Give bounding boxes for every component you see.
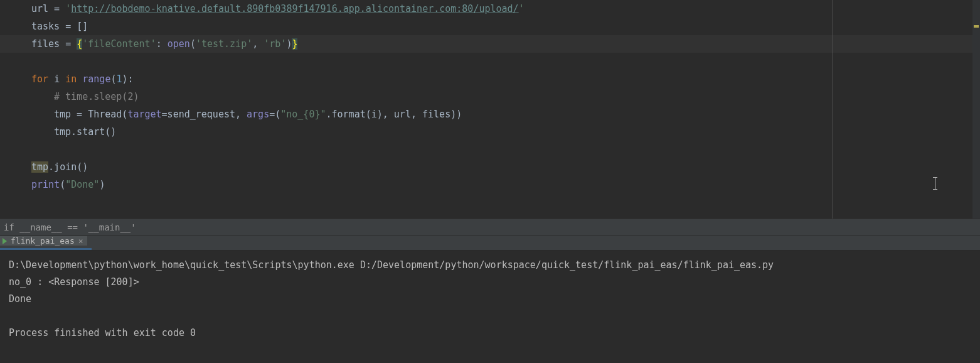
run-tab-label: flink_pai_eas xyxy=(11,236,75,246)
string-literal: "Done" xyxy=(65,179,99,190)
keyword: for xyxy=(31,73,54,85)
code-text: =( xyxy=(269,109,280,120)
console-line: no_0 : <Response [200]> xyxy=(9,274,971,291)
string-literal: 'test.zip' xyxy=(196,38,252,50)
code-editor[interactable]: url = 'http://bobdemo-knative.default.89… xyxy=(0,0,980,219)
number-literal: 1 xyxy=(116,73,122,85)
code-text: ( xyxy=(60,179,65,190)
keyword: in xyxy=(65,73,82,85)
active-tab-indicator xyxy=(0,248,92,250)
comment: # time.sleep(2) xyxy=(54,91,139,102)
brace-open: { xyxy=(77,38,82,50)
string-literal: 'fileContent' xyxy=(82,38,156,50)
code-text: tasks = [] xyxy=(31,21,88,32)
run-console[interactable]: D:\Development\python\work_home\quick_te… xyxy=(0,251,980,363)
console-line: Done xyxy=(9,291,971,308)
kwarg-name: args xyxy=(247,109,269,120)
code-text: tmp = Thread( xyxy=(54,109,127,120)
text-cursor-icon xyxy=(935,177,935,190)
run-tab[interactable]: flink_pai_eas × xyxy=(0,236,87,246)
url-string: http://bobdemo-knative.default.890fb0389… xyxy=(71,3,518,14)
run-icon xyxy=(3,238,7,244)
code-text: tmp.start() xyxy=(54,126,116,138)
console-line-empty xyxy=(9,308,971,325)
code-text: =send_request, xyxy=(162,109,247,120)
builtin-call: print xyxy=(31,179,60,190)
string-quote: ' xyxy=(65,3,71,14)
code-text: , xyxy=(252,38,264,50)
code-text: url = xyxy=(31,3,65,14)
breadcrumb[interactable]: if __name__ == '__main__' xyxy=(0,219,980,236)
breadcrumb-text: if __name__ == '__main__' xyxy=(4,222,136,232)
code-text: .join() xyxy=(48,161,88,173)
string-literal: "no_{0}" xyxy=(280,109,326,120)
brace-close: } xyxy=(292,38,297,50)
warning-highlight: tmp xyxy=(31,161,48,173)
code-text: : xyxy=(156,38,168,50)
builtin-call: open xyxy=(168,38,190,50)
code-text: .format(i), url, files)) xyxy=(326,109,462,120)
code-text: files = xyxy=(31,38,77,50)
kwarg-name: target xyxy=(127,109,161,120)
code-text: i xyxy=(54,73,65,85)
column-guide xyxy=(833,0,833,219)
run-tab-bar: flink_pai_eas × xyxy=(0,236,980,251)
code-text: ) xyxy=(99,179,105,190)
string-literal: 'rb' xyxy=(264,38,286,50)
code-text: ( xyxy=(190,38,196,50)
close-icon[interactable]: × xyxy=(78,236,83,246)
code-text: ): xyxy=(122,73,134,85)
string-quote: ' xyxy=(519,3,525,14)
console-line: Process finished with exit code 0 xyxy=(9,325,971,342)
error-stripe[interactable] xyxy=(972,0,980,219)
console-line: D:\Development\python\work_home\quick_te… xyxy=(9,257,971,274)
builtin-call: range xyxy=(82,73,110,85)
